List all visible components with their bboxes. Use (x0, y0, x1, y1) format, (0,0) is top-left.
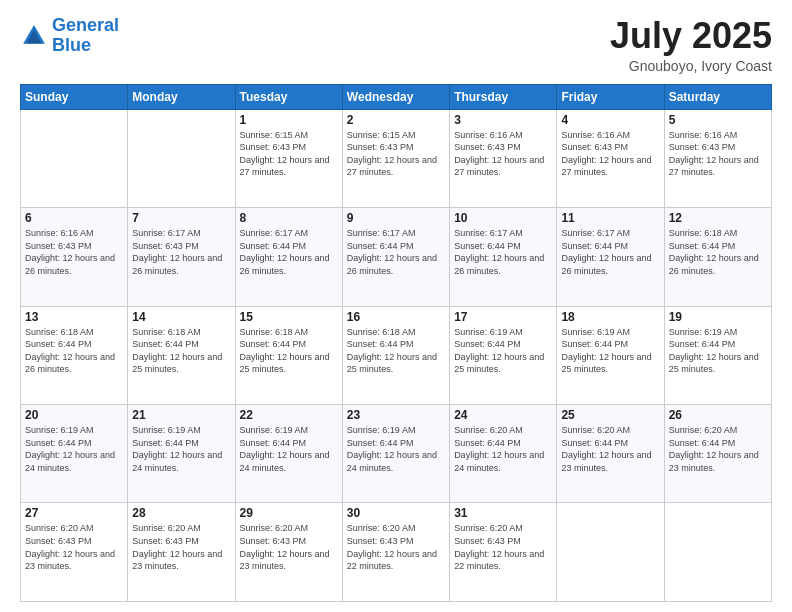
day-info: Sunrise: 6:20 AMSunset: 6:43 PMDaylight:… (132, 522, 230, 572)
calendar-cell: 6Sunrise: 6:16 AMSunset: 6:43 PMDaylight… (21, 208, 128, 306)
day-info: Sunrise: 6:17 AMSunset: 6:43 PMDaylight:… (132, 227, 230, 277)
calendar-cell: 27Sunrise: 6:20 AMSunset: 6:43 PMDayligh… (21, 503, 128, 602)
day-info: Sunrise: 6:20 AMSunset: 6:43 PMDaylight:… (347, 522, 445, 572)
day-info: Sunrise: 6:20 AMSunset: 6:43 PMDaylight:… (25, 522, 123, 572)
logo-icon (20, 22, 48, 50)
day-number: 24 (454, 408, 552, 422)
day-number: 26 (669, 408, 767, 422)
calendar-cell: 7Sunrise: 6:17 AMSunset: 6:43 PMDaylight… (128, 208, 235, 306)
day-number: 19 (669, 310, 767, 324)
calendar-cell: 14Sunrise: 6:18 AMSunset: 6:44 PMDayligh… (128, 306, 235, 404)
calendar-cell: 1Sunrise: 6:15 AMSunset: 6:43 PMDaylight… (235, 109, 342, 207)
calendar-cell (21, 109, 128, 207)
day-number: 18 (561, 310, 659, 324)
day-info: Sunrise: 6:19 AMSunset: 6:44 PMDaylight:… (347, 424, 445, 474)
calendar-cell (557, 503, 664, 602)
calendar-cell: 11Sunrise: 6:17 AMSunset: 6:44 PMDayligh… (557, 208, 664, 306)
calendar-cell: 17Sunrise: 6:19 AMSunset: 6:44 PMDayligh… (450, 306, 557, 404)
day-number: 13 (25, 310, 123, 324)
calendar-cell: 13Sunrise: 6:18 AMSunset: 6:44 PMDayligh… (21, 306, 128, 404)
calendar-cell: 4Sunrise: 6:16 AMSunset: 6:43 PMDaylight… (557, 109, 664, 207)
day-number: 31 (454, 506, 552, 520)
calendar-cell: 18Sunrise: 6:19 AMSunset: 6:44 PMDayligh… (557, 306, 664, 404)
day-number: 9 (347, 211, 445, 225)
day-info: Sunrise: 6:18 AMSunset: 6:44 PMDaylight:… (132, 326, 230, 376)
title-block: July 2025 Gnouboyo, Ivory Coast (610, 16, 772, 74)
day-number: 29 (240, 506, 338, 520)
calendar-day-header: Thursday (450, 84, 557, 109)
day-number: 8 (240, 211, 338, 225)
calendar-day-header: Saturday (664, 84, 771, 109)
calendar-cell: 26Sunrise: 6:20 AMSunset: 6:44 PMDayligh… (664, 405, 771, 503)
logo-line2: Blue (52, 35, 91, 55)
day-info: Sunrise: 6:15 AMSunset: 6:43 PMDaylight:… (240, 129, 338, 179)
day-info: Sunrise: 6:20 AMSunset: 6:43 PMDaylight:… (240, 522, 338, 572)
day-number: 16 (347, 310, 445, 324)
day-info: Sunrise: 6:18 AMSunset: 6:44 PMDaylight:… (25, 326, 123, 376)
page: General Blue July 2025 Gnouboyo, Ivory C… (0, 0, 792, 612)
calendar-week-row: 13Sunrise: 6:18 AMSunset: 6:44 PMDayligh… (21, 306, 772, 404)
calendar-cell: 10Sunrise: 6:17 AMSunset: 6:44 PMDayligh… (450, 208, 557, 306)
day-number: 22 (240, 408, 338, 422)
logo: General Blue (20, 16, 119, 56)
day-number: 25 (561, 408, 659, 422)
calendar-cell: 22Sunrise: 6:19 AMSunset: 6:44 PMDayligh… (235, 405, 342, 503)
logo-line1: General (52, 15, 119, 35)
day-info: Sunrise: 6:17 AMSunset: 6:44 PMDaylight:… (561, 227, 659, 277)
calendar-cell: 20Sunrise: 6:19 AMSunset: 6:44 PMDayligh… (21, 405, 128, 503)
day-number: 7 (132, 211, 230, 225)
calendar-day-header: Monday (128, 84, 235, 109)
day-info: Sunrise: 6:20 AMSunset: 6:44 PMDaylight:… (454, 424, 552, 474)
day-number: 28 (132, 506, 230, 520)
calendar-cell (128, 109, 235, 207)
calendar-cell: 24Sunrise: 6:20 AMSunset: 6:44 PMDayligh… (450, 405, 557, 503)
day-number: 23 (347, 408, 445, 422)
calendar-cell: 15Sunrise: 6:18 AMSunset: 6:44 PMDayligh… (235, 306, 342, 404)
day-number: 15 (240, 310, 338, 324)
day-number: 10 (454, 211, 552, 225)
day-info: Sunrise: 6:16 AMSunset: 6:43 PMDaylight:… (561, 129, 659, 179)
calendar-cell: 25Sunrise: 6:20 AMSunset: 6:44 PMDayligh… (557, 405, 664, 503)
calendar-cell: 30Sunrise: 6:20 AMSunset: 6:43 PMDayligh… (342, 503, 449, 602)
calendar-cell: 16Sunrise: 6:18 AMSunset: 6:44 PMDayligh… (342, 306, 449, 404)
day-info: Sunrise: 6:16 AMSunset: 6:43 PMDaylight:… (669, 129, 767, 179)
calendar-week-row: 6Sunrise: 6:16 AMSunset: 6:43 PMDaylight… (21, 208, 772, 306)
day-number: 5 (669, 113, 767, 127)
calendar-cell: 21Sunrise: 6:19 AMSunset: 6:44 PMDayligh… (128, 405, 235, 503)
calendar-day-header: Wednesday (342, 84, 449, 109)
day-number: 3 (454, 113, 552, 127)
calendar-cell: 8Sunrise: 6:17 AMSunset: 6:44 PMDaylight… (235, 208, 342, 306)
calendar-cell: 5Sunrise: 6:16 AMSunset: 6:43 PMDaylight… (664, 109, 771, 207)
day-info: Sunrise: 6:18 AMSunset: 6:44 PMDaylight:… (347, 326, 445, 376)
calendar-cell: 12Sunrise: 6:18 AMSunset: 6:44 PMDayligh… (664, 208, 771, 306)
day-info: Sunrise: 6:19 AMSunset: 6:44 PMDaylight:… (240, 424, 338, 474)
day-info: Sunrise: 6:19 AMSunset: 6:44 PMDaylight:… (132, 424, 230, 474)
day-number: 4 (561, 113, 659, 127)
calendar-day-header: Friday (557, 84, 664, 109)
calendar-day-header: Sunday (21, 84, 128, 109)
day-number: 2 (347, 113, 445, 127)
calendar-cell: 28Sunrise: 6:20 AMSunset: 6:43 PMDayligh… (128, 503, 235, 602)
day-info: Sunrise: 6:20 AMSunset: 6:44 PMDaylight:… (561, 424, 659, 474)
day-number: 27 (25, 506, 123, 520)
day-number: 14 (132, 310, 230, 324)
day-number: 20 (25, 408, 123, 422)
day-number: 30 (347, 506, 445, 520)
day-number: 12 (669, 211, 767, 225)
calendar-cell: 9Sunrise: 6:17 AMSunset: 6:44 PMDaylight… (342, 208, 449, 306)
day-info: Sunrise: 6:15 AMSunset: 6:43 PMDaylight:… (347, 129, 445, 179)
calendar-cell: 2Sunrise: 6:15 AMSunset: 6:43 PMDaylight… (342, 109, 449, 207)
day-info: Sunrise: 6:19 AMSunset: 6:44 PMDaylight:… (669, 326, 767, 376)
day-info: Sunrise: 6:17 AMSunset: 6:44 PMDaylight:… (240, 227, 338, 277)
calendar-week-row: 27Sunrise: 6:20 AMSunset: 6:43 PMDayligh… (21, 503, 772, 602)
day-info: Sunrise: 6:19 AMSunset: 6:44 PMDaylight:… (454, 326, 552, 376)
calendar-cell (664, 503, 771, 602)
day-info: Sunrise: 6:16 AMSunset: 6:43 PMDaylight:… (454, 129, 552, 179)
day-info: Sunrise: 6:17 AMSunset: 6:44 PMDaylight:… (347, 227, 445, 277)
calendar-cell: 19Sunrise: 6:19 AMSunset: 6:44 PMDayligh… (664, 306, 771, 404)
day-info: Sunrise: 6:19 AMSunset: 6:44 PMDaylight:… (561, 326, 659, 376)
day-info: Sunrise: 6:18 AMSunset: 6:44 PMDaylight:… (669, 227, 767, 277)
day-info: Sunrise: 6:20 AMSunset: 6:44 PMDaylight:… (669, 424, 767, 474)
calendar-week-row: 20Sunrise: 6:19 AMSunset: 6:44 PMDayligh… (21, 405, 772, 503)
calendar-cell: 3Sunrise: 6:16 AMSunset: 6:43 PMDaylight… (450, 109, 557, 207)
